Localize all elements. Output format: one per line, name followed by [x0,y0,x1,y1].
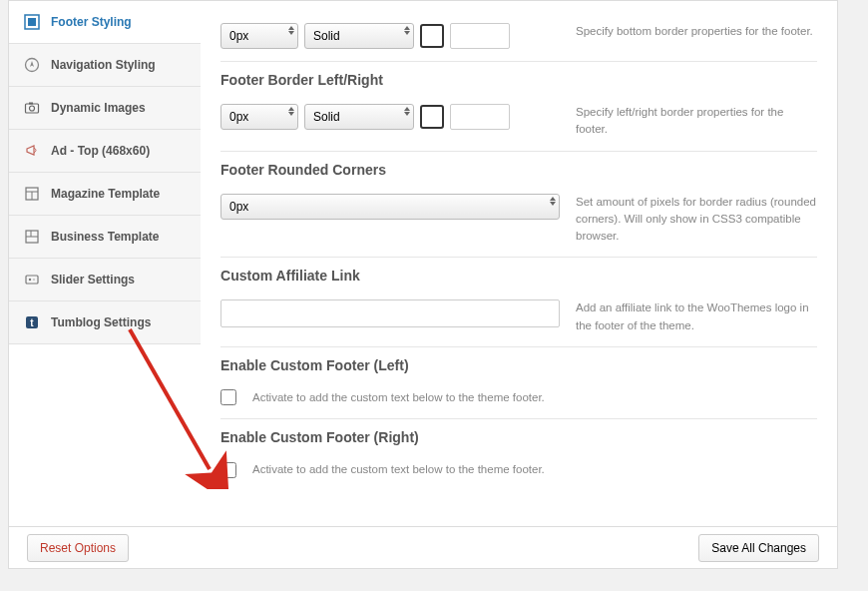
border-bottom-color-input[interactable] [450,23,510,49]
border-lr-color-swatch[interactable] [420,105,444,129]
section-custom-right: Activate to add the custom text below to… [220,449,817,490]
heading-custom-right: Enable Custom Footer (Right) [220,429,817,445]
sidebar-item-tumblog-settings[interactable]: t Tumblog Settings [9,301,201,344]
section-custom-left: Activate to add the custom text below to… [220,377,817,419]
sidebar-item-magazine-template[interactable]: Magazine Template [9,173,201,216]
sidebar-item-label: Navigation Styling [51,58,156,72]
custom-right-checkbox[interactable] [220,462,236,478]
section-border-bottom: 0px Solid Specify bottom border properti… [220,11,817,62]
affiliate-desc: Add an affiliate link to the WooThemes l… [576,299,817,334]
sidebar-item-footer-styling[interactable]: Footer Styling [9,1,201,44]
svg-point-4 [30,106,35,111]
save-button[interactable]: Save All Changes [698,534,819,562]
border-lr-desc: Specify left/right border properties for… [576,104,817,139]
svg-rect-3 [26,104,39,113]
heading-rounded: Footer Rounded Corners [220,162,817,178]
border-bottom-style-select[interactable]: Solid [304,23,414,49]
tumblog-icon: t [23,313,41,331]
heading-affiliate: Custom Affiliate Link [220,268,817,284]
layout-icon [23,185,41,203]
affiliate-input[interactable] [220,299,560,327]
compass-icon [23,56,41,74]
border-lr-color-input[interactable] [450,104,510,130]
svg-point-13 [29,279,31,281]
rounded-select[interactable]: 0px [220,194,560,220]
sidebar-item-label: Ad - Top (468x60) [51,144,150,158]
sidebar-item-dynamic-images[interactable]: Dynamic Images [9,87,201,130]
border-lr-width-select[interactable]: 0px [220,104,298,130]
custom-left-checkbox[interactable] [220,389,236,405]
custom-left-label: Activate to add the custom text below to… [252,389,545,406]
border-bottom-width-select[interactable]: 0px [220,23,298,49]
sidebar-item-label: Footer Styling [51,15,132,29]
svg-rect-5 [29,103,33,105]
svg-rect-12 [26,276,38,284]
reset-button[interactable]: Reset Options [27,534,129,562]
section-affiliate: Add an affiliate link to the WooThemes l… [220,288,817,347]
sidebar-item-label: Magazine Template [51,187,160,201]
megaphone-icon [23,142,41,160]
border-bottom-color-swatch[interactable] [420,24,444,48]
footer-bar: Reset Options Save All Changes [8,527,838,569]
sidebar-item-navigation-styling[interactable]: Navigation Styling [9,44,201,87]
layout-icon [23,228,41,246]
svg-rect-1 [28,18,36,26]
section-rounded: 0px Set amount of pixels for border radi… [220,182,817,259]
sidebar-item-label: Dynamic Images [51,101,146,115]
sidebar-item-slider-settings[interactable]: Slider Settings [9,259,201,301]
sidebar-item-business-template[interactable]: Business Template [9,216,201,259]
sidebar-item-label: Tumblog Settings [51,315,151,329]
svg-point-14 [33,279,35,281]
camera-icon [23,99,41,117]
slider-icon [23,271,41,289]
footer-styling-icon [23,13,41,31]
sidebar-item-label: Business Template [51,230,159,244]
custom-right-label: Activate to add the custom text below to… [252,461,545,478]
border-bottom-desc: Specify bottom border properties for the… [576,23,817,40]
section-border-lr: 0px Solid Specify left/right border prop… [220,92,817,152]
heading-custom-left: Enable Custom Footer (Left) [220,357,817,373]
border-lr-style-select[interactable]: Solid [304,104,414,130]
heading-border-lr: Footer Border Left/Right [220,72,817,88]
settings-main: 0px Solid Specify bottom border properti… [201,1,837,526]
rounded-desc: Set amount of pixels for border radius (… [576,194,817,246]
sidebar-item-ad-top[interactable]: Ad - Top (468x60) [9,130,201,173]
sidebar-item-label: Slider Settings [51,273,135,287]
settings-panel: Footer Styling Navigation Styling Dynami… [8,0,838,527]
settings-sidebar: Footer Styling Navigation Styling Dynami… [9,1,201,526]
